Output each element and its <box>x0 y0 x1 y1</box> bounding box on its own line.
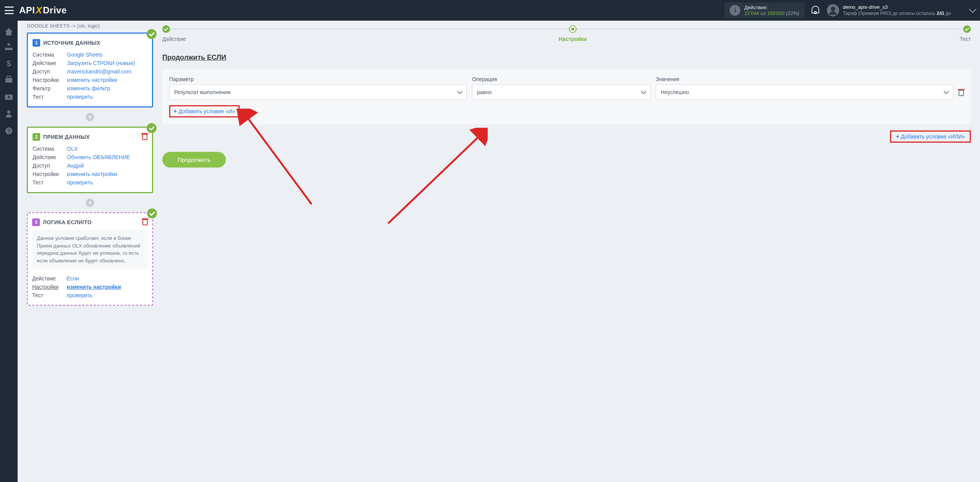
dest-system[interactable]: OLX <box>67 146 78 152</box>
block-description: Данное условие сработает, если в блоке П… <box>32 230 148 269</box>
destination-block[interactable]: 2 ПРИЕМ ДАННЫХ СистемаOLX ДействиеОбнови… <box>27 127 153 193</box>
nav-briefcase-icon[interactable] <box>4 76 13 85</box>
nav-user-icon[interactable] <box>4 109 13 119</box>
actions-sep: из <box>761 10 766 16</box>
source-filter[interactable]: изменить фильтр <box>67 85 110 91</box>
logic-action[interactable]: Если <box>67 275 79 282</box>
logic-test[interactable]: проверить <box>67 292 93 298</box>
nav-youtube-icon[interactable] <box>4 93 13 102</box>
logo[interactable]: API X Drive <box>19 5 67 16</box>
plus-icon: + <box>896 133 899 140</box>
info-icon: i <box>730 5 740 16</box>
plus-icon: + <box>173 108 177 115</box>
actions-pct: (22%) <box>786 10 799 16</box>
step-settings-dot[interactable] <box>569 25 577 33</box>
continue-button[interactable]: Продолжить <box>162 152 226 168</box>
delete-block-button[interactable] <box>142 134 147 140</box>
block-title: ПРИЕМ ДАННЫХ <box>43 134 90 140</box>
source-action[interactable]: Загрузить СТРОКИ (новые) <box>67 60 135 66</box>
actions-label: Действия: <box>744 5 799 10</box>
user-plan: Тариф |Премиум PRO| до оплаты осталось 2… <box>843 11 951 17</box>
step-action-dot[interactable] <box>162 25 170 33</box>
chevron-down-icon <box>969 5 977 13</box>
chevron-down-icon <box>944 89 949 94</box>
actions-total: 100'000 <box>767 10 785 16</box>
source-block[interactable]: 1 ИСТОЧНИК ДАННЫХ СистемаGoogle Sheets Д… <box>27 33 153 107</box>
svg-line-1 <box>388 135 480 223</box>
source-test[interactable]: проверить <box>67 94 93 100</box>
block-number: 3 <box>32 218 40 226</box>
operation-select[interactable]: равно <box>472 85 650 100</box>
check-icon <box>147 29 157 39</box>
dest-action[interactable]: Обновить ОБЪЯВЛЕНИЕ <box>67 154 130 160</box>
condition-panel: Параметр Результат выполнения Операция р… <box>162 69 971 124</box>
logo-x: X <box>35 5 43 16</box>
chevron-down-icon <box>641 89 646 94</box>
section-heading: Продолжить ЕСЛИ <box>162 54 971 62</box>
logic-block[interactable]: 3 ЛОГИКА ЕСЛИ/ТО Данное условие сработае… <box>27 212 153 306</box>
topbar: API X Drive i Действия: 22'044 из 100'00… <box>0 0 980 21</box>
add-block-button[interactable] <box>86 199 94 207</box>
dest-access[interactable]: Андрій <box>67 163 84 169</box>
svg-line-0 <box>247 116 312 204</box>
step-test-label: Тест <box>960 36 971 42</box>
annotation-arrow-right <box>381 128 488 227</box>
block-title: ЛОГИКА ЕСЛИ/ТО <box>43 219 91 225</box>
step-settings-label: Настройки <box>559 36 587 42</box>
stepper: Действие Настройки Тест <box>162 25 971 42</box>
check-icon <box>147 123 157 133</box>
logo-api: API <box>19 5 35 16</box>
operation-label: Операция <box>472 76 650 82</box>
source-system[interactable]: Google Sheets <box>67 52 103 58</box>
chevron-down-icon <box>457 89 462 94</box>
delete-condition-button[interactable] <box>959 90 964 96</box>
nav-home-icon[interactable] <box>4 25 13 34</box>
block-title: ИСТОЧНИК ДАННЫХ <box>43 40 100 46</box>
vertical-nav: $ ? <box>0 21 18 482</box>
left-column: GOOGLE SHEETS -> (olx, logic) 1 ИСТОЧНИК… <box>27 21 153 482</box>
actions-counter[interactable]: i Действия: 22'044 из 100'000 (22%) <box>724 2 804 18</box>
step-test-dot[interactable] <box>963 25 971 33</box>
menu-toggle-icon[interactable] <box>5 7 14 14</box>
param-label: Параметр <box>169 76 467 82</box>
bell-icon[interactable] <box>812 6 819 15</box>
add-and-condition-button[interactable]: + Добавить условие «И» <box>169 105 240 117</box>
actions-used: 22'044 <box>744 10 759 16</box>
add-block-button[interactable] <box>86 113 94 121</box>
nav-sitemap-icon[interactable] <box>4 42 13 51</box>
value-label: Значение <box>656 76 953 82</box>
dest-test[interactable]: проверить <box>67 179 93 186</box>
step-action-label: Действие <box>162 36 186 42</box>
user-name: demo_apix-drive_s3 <box>843 4 951 11</box>
source-settings[interactable]: изменить настройки <box>67 77 117 83</box>
logic-settings[interactable]: изменить настройки <box>67 284 121 290</box>
block-number: 2 <box>33 133 40 141</box>
param-select[interactable]: Результат выполнения <box>169 85 467 100</box>
check-icon <box>147 208 157 218</box>
delete-block-button[interactable] <box>142 219 148 225</box>
dest-settings[interactable]: изменить настройки <box>67 171 117 177</box>
block-number: 1 <box>33 39 40 47</box>
user-menu[interactable]: demo_apix-drive_s3 Тариф |Премиум PRO| д… <box>827 4 975 16</box>
main-column: Действие Настройки Тест Продолжить ЕСЛИ … <box>162 21 971 482</box>
source-access[interactable]: maverickandrii@gmail.com <box>67 68 131 75</box>
avatar-icon <box>827 4 839 16</box>
breadcrumb: GOOGLE SHEETS -> (olx, logic) <box>27 21 153 33</box>
add-or-condition-button[interactable]: + Добавить условие «ИЛИ» <box>890 130 971 143</box>
logo-drive: Drive <box>43 5 67 16</box>
nav-help-icon[interactable]: ? <box>4 126 13 135</box>
nav-dollar-icon[interactable]: $ <box>4 59 13 68</box>
value-select[interactable]: Неуспешно <box>656 85 953 100</box>
